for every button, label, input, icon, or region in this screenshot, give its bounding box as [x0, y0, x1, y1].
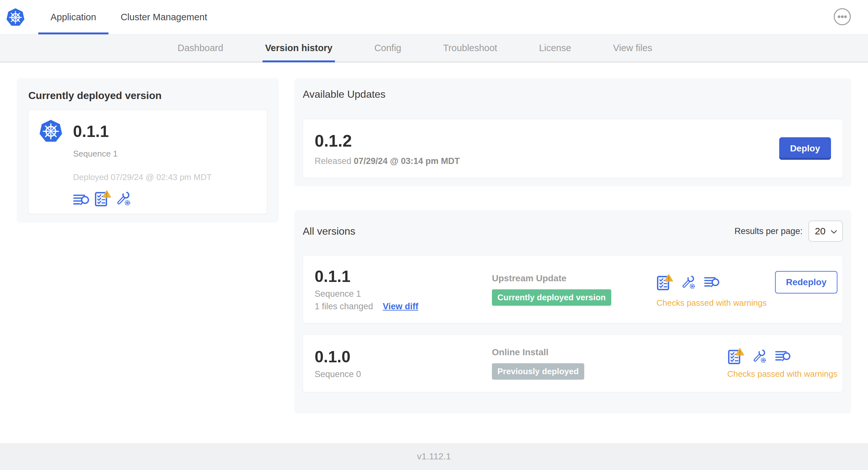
files-changed-row: 1 files changed View diff	[315, 302, 492, 311]
preflight-status-text: Checks passed with warnings	[656, 298, 767, 308]
version-source: Online Install	[492, 347, 727, 358]
tab-troubleshoot-label: Troubleshoot	[443, 43, 497, 54]
available-updates-title: Available Updates	[303, 89, 843, 100]
release-notes-icon[interactable]	[73, 193, 90, 207]
tab-cluster-management-label: Cluster Management	[121, 12, 207, 23]
app-level-tabs: Application Cluster Management	[38, 0, 219, 34]
version-source-block: Online Install Previously deployed	[492, 347, 727, 380]
available-update-row: 0.1.2 Released 07/29/24 @ 03:14 pm MDT D…	[303, 119, 843, 178]
version-actions: Redeploy Checks passed with warnings	[656, 271, 837, 308]
tab-troubleshoot[interactable]: Troubleshoot	[443, 34, 497, 62]
deployed-sequence: Sequence 1	[73, 149, 212, 159]
results-per-page: Results per page: 20	[735, 221, 843, 242]
status-badge: Currently deployed version	[492, 289, 611, 306]
overflow-menu-button[interactable]	[833, 7, 852, 27]
status-badge: Previously deployed	[492, 363, 584, 380]
version-action-icons	[727, 348, 838, 365]
all-versions-card: All versions Results per page: 20 0.1.1 …	[294, 210, 851, 413]
redeploy-button[interactable]: Redeploy	[775, 271, 837, 294]
app-kubernetes-icon	[38, 118, 63, 144]
preflight-status-text: Checks passed with warnings	[727, 369, 838, 379]
version-sequence: Sequence 0	[315, 369, 492, 379]
all-versions-title: All versions	[303, 225, 355, 237]
deploy-button[interactable]: Deploy	[779, 137, 831, 160]
application-subnav: Dashboard Version history Config Trouble…	[0, 34, 868, 62]
preflight-checks-warning-icon[interactable]	[727, 348, 744, 365]
ellipsis-icon	[833, 22, 851, 27]
config-wrench-gear-icon[interactable]	[752, 348, 767, 364]
tab-license-label: License	[539, 43, 571, 54]
deployed-version-info: 0.1.1 Sequence 1 Deployed 07/29/24 @ 02:…	[73, 118, 212, 207]
tab-cluster-management[interactable]: Cluster Management	[108, 0, 219, 34]
currently-deployed-title: Currently deployed version	[28, 90, 267, 102]
results-per-page-select[interactable]: 20	[808, 221, 843, 242]
preflight-checks-warning-icon[interactable]	[656, 274, 673, 291]
version-number: 0.1.1	[315, 267, 492, 286]
released-label: Released	[315, 156, 351, 166]
version-sequence: Sequence 1	[315, 289, 492, 299]
version-row-0-1-1: 0.1.1 Sequence 1 1 files changed View di…	[303, 255, 843, 324]
version-history-page: Currently deployed version 0.1.1 Sequenc…	[0, 62, 868, 443]
release-notes-icon[interactable]	[775, 350, 791, 363]
files-changed-label: 1 files changed	[315, 302, 373, 311]
version-row-0-1-0: 0.1.0 Sequence 0 Online Install Previous…	[303, 334, 843, 392]
tab-application[interactable]: Application	[38, 0, 108, 34]
version-action-icons	[656, 274, 767, 291]
results-per-page-value: 20	[815, 226, 826, 237]
kubernetes-logo-icon	[5, 7, 25, 27]
currently-deployed-card: Currently deployed version 0.1.1 Sequenc…	[17, 78, 279, 223]
tab-config-label: Config	[374, 43, 401, 54]
tab-view-files[interactable]: View files	[613, 34, 652, 62]
version-source-block: Upstream Update Currently deployed versi…	[492, 273, 656, 306]
console-footer: v1.112.1	[0, 443, 868, 470]
results-per-page-label: Results per page:	[735, 226, 803, 236]
deployed-version-number: 0.1.1	[73, 118, 212, 145]
tab-view-files-label: View files	[613, 43, 652, 54]
deployed-actions	[73, 190, 212, 207]
right-column: Available Updates 0.1.2 Released 07/29/2…	[294, 78, 851, 443]
preflight-checks-warning-icon[interactable]	[94, 190, 111, 207]
version-info: 0.1.1 Sequence 1 1 files changed View di…	[315, 267, 492, 311]
console-version: v1.112.1	[417, 451, 451, 462]
tab-version-history[interactable]: Version history	[265, 34, 333, 62]
deployed-version-box: 0.1.1 Sequence 1 Deployed 07/29/24 @ 02:…	[28, 110, 267, 214]
tab-dashboard[interactable]: Dashboard	[178, 34, 223, 62]
released-date: 07/29/24 @ 03:14 pm MDT	[354, 156, 460, 166]
view-diff-link[interactable]: View diff	[383, 302, 418, 311]
available-update-info: 0.1.2 Released 07/29/24 @ 03:14 pm MDT	[315, 131, 460, 166]
version-source: Upstream Update	[492, 273, 656, 283]
version-number: 0.1.0	[315, 347, 492, 366]
update-released-timestamp: Released 07/29/24 @ 03:14 pm MDT	[315, 156, 460, 166]
tab-version-history-label: Version history	[265, 43, 333, 54]
tab-dashboard-label: Dashboard	[178, 43, 223, 54]
tab-config[interactable]: Config	[374, 34, 401, 62]
tab-application-label: Application	[51, 12, 96, 23]
config-wrench-gear-icon[interactable]	[681, 274, 696, 290]
top-nav-bar: Application Cluster Management	[0, 0, 868, 34]
tab-license[interactable]: License	[539, 34, 571, 62]
config-wrench-gear-icon[interactable]	[116, 191, 132, 207]
available-updates-card: Available Updates 0.1.2 Released 07/29/2…	[294, 78, 851, 187]
version-actions: Checks passed with warnings	[727, 348, 838, 379]
chevron-down-icon	[831, 226, 837, 237]
deployed-timestamp: Deployed 07/29/24 @ 02:43 pm MDT	[73, 172, 212, 182]
all-versions-header: All versions Results per page: 20	[303, 221, 843, 242]
update-version-number: 0.1.2	[315, 131, 460, 150]
release-notes-icon[interactable]	[704, 276, 720, 289]
version-info: 0.1.0 Sequence 0	[315, 347, 492, 379]
